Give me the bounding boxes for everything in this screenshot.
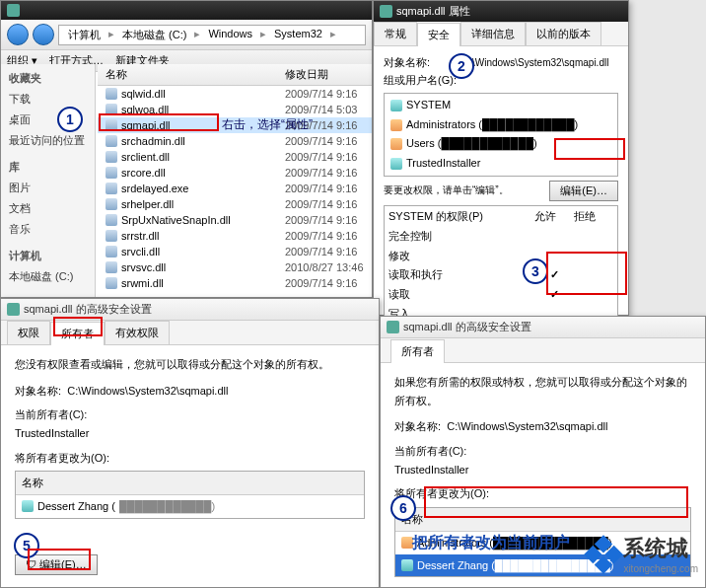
annotation-marker-3: 3	[523, 258, 548, 284]
breadcrumb[interactable]: 计算机▸ 本地磁盘 (C:)▸ Windows▸ System32▸	[58, 25, 366, 45]
adv2-tabs: 所有者	[381, 338, 705, 363]
tab-general[interactable]: 常规	[374, 22, 417, 45]
column-headers[interactable]: 名称 修改日期	[98, 64, 372, 86]
forward-button[interactable]	[33, 24, 54, 45]
changeperm-label: 要更改权限，请单击“编辑”。	[384, 183, 549, 198]
file-icon	[106, 246, 117, 257]
file-row[interactable]: srchadmin.dll2009/7/14 9:16	[98, 133, 372, 149]
annotation-marker-1: 1	[57, 107, 83, 132]
annotation-box-edit	[554, 138, 625, 160]
annotation-marker-2: 2	[449, 53, 474, 79]
file-icon	[106, 88, 117, 100]
breadcrumb-item[interactable]: System32	[271, 28, 325, 42]
file-row[interactable]: srclient.dll2009/7/14 9:16	[98, 149, 372, 165]
group-item[interactable]: Administrators (████████████)	[387, 115, 615, 135]
file-list: 名称 修改日期 sqlwid.dll2009/7/14 9:16sqlwoa.d…	[98, 64, 372, 297]
tab-effective[interactable]: 有效权限	[105, 321, 170, 344]
annotation-text-1: 右击，选择“属性”	[222, 116, 313, 133]
adv1-objname-label: 对象名称:	[15, 385, 61, 397]
adv2-objname-label: 对象名称:	[394, 420, 441, 432]
adv2-curowner-label: 当前所有者(C):	[394, 442, 691, 461]
groups-label: 组或用户名(G):	[384, 72, 618, 90]
groups-list[interactable]: SYSTEMAdministrators (████████████)Users…	[384, 93, 618, 176]
file-row[interactable]: sqlwid.dll2009/7/14 9:16	[98, 86, 372, 102]
adv2-intro: 如果您有所需的权限或特权，您就可以取得或分配这个对象的所有权。	[394, 373, 691, 409]
user-icon	[390, 158, 402, 170]
breadcrumb-item[interactable]: 本地磁盘 (C:)	[119, 28, 189, 42]
edit-permissions-button[interactable]: 编辑(E)…	[549, 181, 618, 201]
file-icon	[106, 198, 117, 210]
file-row[interactable]: srwmi.dll2009/7/14 9:16	[98, 275, 372, 291]
sidebar-recent[interactable]: 最近访问的位置	[5, 130, 91, 151]
file-row[interactable]: srrstr.dll2009/7/14 9:16	[98, 228, 372, 244]
annotation-box-1	[99, 113, 219, 131]
sidebar-pictures[interactable]: 图片	[5, 178, 91, 198]
adv2-titlebar: sqmapi.dll 的高级安全设置	[381, 317, 705, 338]
file-row[interactable]: SrpUxNativeSnapIn.dll2009/7/14 9:16	[98, 212, 372, 228]
explorer-sidebar: 收藏夹 下载 桌面 最近访问的位置 库 图片 文档 音乐 计算机 本地磁盘 (C…	[1, 64, 96, 297]
tab-previous[interactable]: 以前的版本	[526, 22, 601, 45]
watermark: 系统城 xitongcheng.com	[590, 534, 698, 574]
adv1-objname-value: C:\Windows\System32\sqmapi.dll	[67, 385, 228, 397]
sidebar-favorites[interactable]: 收藏夹	[5, 68, 91, 89]
explorer-titlebar	[1, 1, 372, 20]
file-row[interactable]: srvsvc.dll2010/8/27 13:46	[98, 259, 372, 275]
permission-row: 完全控制	[385, 227, 617, 247]
dll-icon	[380, 5, 392, 18]
file-icon	[106, 167, 117, 179]
file-row[interactable]: srvcli.dll2009/7/14 9:16	[98, 244, 372, 259]
shield-icon	[387, 321, 399, 333]
file-row[interactable]: srhelper.dll2009/7/14 9:16	[98, 196, 372, 212]
allow-check	[534, 228, 574, 246]
tab-permissions[interactable]: 权限	[7, 321, 50, 344]
perm-header: SYSTEM 的权限(P)	[388, 208, 534, 226]
sidebar-downloads[interactable]: 下载	[5, 89, 91, 110]
col-name[interactable]: 名称	[98, 67, 285, 82]
adv2-objname-value: C:\Windows\System32\sqmapi.dll	[447, 420, 607, 432]
adv1-curowner-value: TrustedInstaller	[15, 424, 365, 443]
group-item[interactable]: SYSTEM	[387, 96, 615, 115]
deny-check	[574, 228, 613, 246]
col-date[interactable]: 修改日期	[285, 67, 328, 82]
group-icon	[390, 138, 402, 150]
group-icon	[390, 119, 402, 131]
explorer-window: 计算机▸ 本地磁盘 (C:)▸ Windows▸ System32▸ 组织 ▾ …	[0, 0, 373, 298]
owner-candidate[interactable]: Dessert Zhang (████████████)	[16, 495, 364, 518]
adv1-owner-list[interactable]: 名称 Dessert Zhang (████████████)	[15, 471, 365, 518]
annotation-box-6	[424, 486, 688, 518]
watermark-icon	[585, 535, 624, 574]
user-icon	[22, 500, 34, 512]
properties-tabs: 常规 安全 详细信息 以前的版本	[374, 22, 628, 46]
file-icon	[106, 151, 117, 163]
file-row[interactable]: srdelayed.exe2009/7/14 9:16	[98, 181, 372, 196]
breadcrumb-item[interactable]: Windows	[205, 28, 255, 42]
sidebar-music[interactable]: 音乐	[5, 219, 91, 240]
breadcrumb-item[interactable]: 计算机	[65, 28, 104, 42]
back-button[interactable]	[7, 24, 29, 45]
folder-icon	[7, 4, 20, 17]
tab-security[interactable]: 安全	[417, 23, 460, 46]
sidebar-localdisk[interactable]: 本地磁盘 (C:)	[5, 266, 91, 287]
watermark-url: xitongcheng.com	[623, 563, 698, 574]
annotation-box-4	[53, 317, 103, 336]
explorer-navbar: 计算机▸ 本地磁盘 (C:)▸ Windows▸ System32▸	[1, 20, 372, 50]
user-icon	[390, 100, 402, 111]
file-icon	[106, 183, 117, 194]
objname-value: C:\Windows\System32\sqmapi.dll	[462, 57, 608, 68]
advanced-security-dialog-1: sqmapi.dll 的高级安全设置 权限 所有者 有效权限 您没有权限查看或编…	[0, 298, 380, 588]
sidebar-libraries[interactable]: 库	[5, 157, 91, 178]
file-icon	[106, 277, 117, 289]
file-icon	[106, 214, 117, 226]
adv1-curowner-label: 当前所有者(C):	[15, 405, 365, 424]
file-icon	[106, 135, 117, 147]
file-icon	[106, 230, 117, 242]
file-row[interactable]: srcore.dll2009/7/14 9:16	[98, 165, 372, 181]
shield-icon	[7, 303, 20, 316]
annotation-box-5	[28, 549, 91, 570]
tab-owner[interactable]: 所有者	[390, 339, 445, 363]
sidebar-computer[interactable]: 计算机	[5, 246, 91, 266]
tab-details[interactable]: 详细信息	[460, 22, 526, 45]
sidebar-documents[interactable]: 文档	[5, 198, 91, 219]
adv1-changeowner-label: 将所有者更改为(O):	[15, 449, 365, 468]
annotation-text-6: 把所有者改为当前用户	[412, 533, 570, 553]
